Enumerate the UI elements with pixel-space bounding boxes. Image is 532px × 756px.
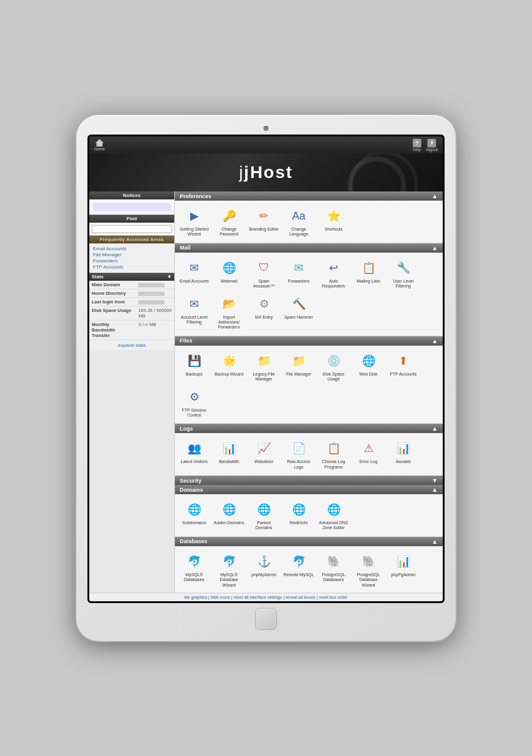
stats-value: ██████████ (136, 281, 174, 289)
stats-toggle-icon[interactable]: ▼ (167, 274, 172, 280)
icon-item[interactable]: 🌐Addon Domains (212, 498, 246, 533)
logs-toggle[interactable]: ▲ (432, 425, 438, 432)
bottom-link[interactable]: lite graphics (185, 595, 207, 599)
icon-item[interactable]: 🌐Advanced DNS Zone Editor (317, 498, 350, 533)
icon-item[interactable]: 🛡Spam Assassin™ (247, 256, 281, 291)
icon-label: Branding Editor (249, 227, 278, 232)
domains-title: Domains (180, 487, 203, 493)
icon-item[interactable]: 📂Import Addresses/ Forwarders (212, 292, 246, 332)
icon-image: ↩ (324, 258, 344, 278)
icon-item[interactable]: 📄Raw Access Logs (282, 437, 316, 472)
icon-item[interactable]: 📁File Manager (282, 349, 316, 384)
icon-item[interactable]: 🐬MySQL® Database Wizard (212, 550, 246, 590)
databases-toggle[interactable]: ▲ (432, 538, 438, 545)
mail-toggle[interactable]: ▲ (432, 245, 438, 251)
bottom-link[interactable]: hide icons (211, 595, 231, 599)
icon-image: 🌐 (289, 500, 309, 519)
icon-image: 🐘 (359, 552, 379, 571)
bottom-link[interactable]: reset all interface settings (234, 595, 282, 599)
icon-item[interactable]: 🌐Webmail (212, 256, 246, 291)
bottom-link[interactable]: reset box order (319, 595, 347, 599)
icon-item[interactable]: 📋Mailing Lists (352, 256, 385, 291)
icon-image: 💾 (185, 351, 204, 371)
icon-item[interactable]: ✉Forwarders (282, 256, 316, 291)
icon-label: File Manager (286, 372, 311, 377)
ipad-frame: home ? help ⬆ logout (76, 115, 456, 641)
icon-item[interactable]: ✉Account Level Filtering (177, 292, 211, 332)
icon-item[interactable]: 🔑Change Password (212, 204, 246, 239)
logout-button[interactable]: ⬆ logout (426, 139, 438, 152)
icon-item[interactable]: 💾Backups (177, 349, 211, 384)
icon-item[interactable]: 🔧User Level Filtering (386, 256, 420, 291)
icon-item[interactable]: ✉Email Accounts (177, 256, 211, 291)
icon-item[interactable]: 📋Choose Log Programs (317, 437, 350, 472)
main-content: Notices ​ Find Frequently Accessed Areas… (89, 191, 443, 593)
icon-item[interactable]: 🌐Subdomains (177, 498, 211, 533)
icon-item[interactable]: ⚓phpMyAdmin (247, 550, 281, 590)
icon-label: phpPgAdmin (391, 573, 415, 577)
icon-item[interactable]: 🌟Backup Wizard (212, 349, 246, 384)
icon-item[interactable]: 💿Disk Space Usage (317, 349, 350, 384)
stats-label: Disk Space Usage (89, 306, 136, 320)
icon-item[interactable]: ⚙FTP Session Control (177, 385, 211, 420)
icon-item[interactable]: ⚙MX Entry (247, 292, 281, 332)
preferences-toggle[interactable]: ▲ (432, 193, 438, 199)
icon-item[interactable]: 🐘PostgreSQL Database Wizard (352, 550, 385, 590)
preferences-icon-grid: ▶Getting Started Wizard🔑Change Password✏… (177, 204, 440, 239)
icon-item[interactable]: AaChange Language (282, 204, 316, 239)
icon-item[interactable]: 📊phpPgAdmin (386, 550, 420, 590)
icon-image: 📋 (324, 439, 344, 458)
icon-image: 🐬 (220, 552, 239, 571)
icon-image: ✉ (289, 258, 309, 278)
icon-label: Webalizer (254, 459, 273, 464)
preferences-body: ▶Getting Started Wizard🔑Change Password✏… (175, 201, 443, 243)
icon-item[interactable]: 🌐Parked Domains (247, 498, 281, 533)
icon-label: Redirects (290, 521, 308, 525)
icon-item[interactable]: ▶Getting Started Wizard (177, 204, 211, 239)
icon-item[interactable]: 🐘PostgreSQL Databases (317, 550, 350, 590)
icon-label: Legacy File Manager (248, 372, 279, 382)
home-button[interactable]: home (94, 139, 105, 151)
top-right-buttons: ? help ⬆ logout (413, 139, 438, 152)
icon-image: 📈 (254, 439, 274, 458)
icon-item[interactable]: ⚠Error Log (352, 437, 385, 472)
sidebar-freq-link[interactable]: File Manager (93, 252, 171, 258)
icon-image: 🌟 (220, 351, 239, 371)
icon-label: FTP Accounts (390, 372, 416, 377)
icon-item[interactable]: 📊Bandwidth (212, 437, 246, 472)
bottom-link[interactable]: reveal all boxes (286, 595, 316, 599)
icon-item[interactable]: 🐬Remote MySQL (282, 550, 316, 590)
logout-icon: ⬆ (427, 139, 436, 147)
mail-header: Mail ▲ (175, 243, 443, 253)
sidebar-freq-link[interactable]: FTP Accounts (93, 264, 171, 270)
security-title: Security (180, 478, 202, 484)
search-input[interactable] (92, 225, 172, 233)
icon-label: phpMyAdmin (251, 573, 276, 577)
icon-label: Account Level Filtering (179, 315, 210, 325)
icon-item[interactable]: 📈Webalizer (247, 437, 281, 472)
icon-item[interactable]: 📊Awstats (386, 437, 420, 472)
icon-item[interactable]: 🔨Spam Hammer (282, 292, 316, 332)
brand-name-main: jHost (244, 163, 293, 182)
icon-item[interactable]: ↩Auto Responders (317, 256, 350, 291)
icon-item[interactable]: ✏Branding Editor (247, 204, 281, 239)
icon-item[interactable]: 🌐Redirects (282, 498, 316, 533)
icon-item[interactable]: 🐬MySQL® Databases (177, 550, 211, 590)
sidebar-freq-link[interactable]: Email Accounts (93, 246, 171, 251)
sidebar-freq-link[interactable]: Forwarders (93, 258, 171, 264)
icon-item[interactable]: 📁Legacy File Manager (247, 349, 281, 384)
files-toggle[interactable]: ▲ (432, 338, 438, 344)
icon-label: Web Disk (360, 372, 378, 377)
help-button[interactable]: ? help (413, 139, 421, 152)
domains-toggle[interactable]: ▲ (432, 486, 438, 493)
icon-image: ⚓ (254, 552, 274, 571)
icon-item[interactable]: 👥Latest Visitors (177, 437, 211, 472)
icon-item[interactable]: ⬆FTP Accounts (386, 349, 420, 384)
expand-stats-link[interactable]: expand stats (118, 343, 146, 348)
stats-value: 0 / ∞ MB (136, 321, 174, 339)
logs-body: 👥Latest Visitors📊Bandwidth📈Webalizer📄Raw… (175, 433, 443, 476)
ipad-home-button[interactable] (255, 608, 277, 630)
icon-item[interactable]: 🌐Web Disk (352, 349, 385, 384)
security-toggle[interactable]: ▼ (432, 477, 438, 484)
icon-item[interactable]: ⭐Shortcuts (317, 204, 350, 239)
